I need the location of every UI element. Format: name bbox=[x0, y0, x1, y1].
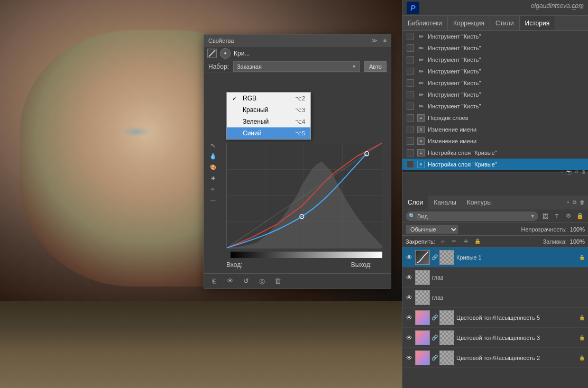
layer-visibility-eye[interactable]: 👁 bbox=[406, 294, 413, 301]
history-item[interactable]: ≡ Порядок слоев bbox=[402, 112, 588, 124]
history-checkbox[interactable] bbox=[407, 56, 414, 63]
history-checkbox[interactable] bbox=[407, 149, 414, 156]
eye-btn[interactable]: 👁 bbox=[224, 275, 236, 287]
layer-visibility-eye[interactable]: 👁 bbox=[406, 254, 413, 261]
properties-close-icon[interactable]: ≡ bbox=[383, 38, 387, 43]
layer-delete-btn[interactable]: 🗑 bbox=[580, 199, 585, 205]
history-item[interactable]: ≡ Изменение имени bbox=[402, 135, 588, 147]
filter-dropdown-arrow[interactable]: ▼ bbox=[530, 214, 535, 219]
history-item[interactable]: ✏ Инструмент "Кисть" bbox=[402, 66, 588, 77]
history-item[interactable]: ✏ Инструмент "Кисть" bbox=[402, 54, 588, 66]
layer-link-icon[interactable]: 🔗 bbox=[432, 350, 437, 365]
auto-button[interactable]: Авто bbox=[364, 61, 387, 72]
history-checkbox[interactable] bbox=[407, 44, 414, 52]
watermark: olgaudintseva.com bbox=[531, 0, 584, 12]
layer-item-eye2[interactable]: 👁 глаз bbox=[402, 288, 588, 308]
layer-copy-btn[interactable]: ⧉ bbox=[573, 199, 576, 206]
layer-lock-hsl3: 🔒 bbox=[578, 335, 585, 341]
layer-item-hsl3[interactable]: 👁 🔗 Цветовой тон/Насыщенность 3 🔒 bbox=[402, 328, 588, 348]
tab-channels[interactable]: Каналы bbox=[428, 196, 462, 209]
layer-visibility-eye[interactable]: 👁 bbox=[406, 274, 413, 281]
tool-eyedropper3[interactable]: ✚ bbox=[208, 174, 218, 183]
layer-link-icon[interactable]: 🔗 bbox=[432, 330, 437, 345]
refresh-btn[interactable]: ↺ bbox=[240, 275, 252, 287]
history-checkbox[interactable] bbox=[407, 137, 414, 145]
history-item[interactable]: ✏ Инструмент "Кисть" bbox=[402, 100, 588, 112]
layers-list: 👁 🔗 Кривые 1 🔒 👁 глаз bbox=[402, 247, 588, 368]
history-checkbox[interactable] bbox=[407, 114, 414, 122]
history-item[interactable]: ✏ Инструмент "Кисть" bbox=[402, 77, 588, 89]
history-item-label: Настройка слоя "Кривые" bbox=[428, 150, 497, 156]
layer-add-btn[interactable]: + bbox=[566, 199, 569, 205]
history-item[interactable]: ≡ Изменение имени bbox=[402, 124, 588, 135]
properties-menu-icon[interactable]: ≫ bbox=[372, 38, 377, 43]
opacity-value: 100% bbox=[570, 226, 585, 233]
tool-smooth[interactable]: 〰 bbox=[208, 196, 218, 206]
layer-visibility-eye[interactable]: 👁 bbox=[406, 354, 413, 362]
tab-styles[interactable]: Стили bbox=[490, 16, 520, 30]
tab-history[interactable]: История bbox=[520, 16, 556, 30]
blend-row: Обычные Непрозрачность: 100% bbox=[402, 223, 588, 236]
curve-graph[interactable] bbox=[226, 143, 382, 248]
history-camera-icon[interactable]: 📷 bbox=[566, 170, 572, 174]
layer-link-icon[interactable]: 🔗 bbox=[432, 310, 437, 325]
blend-mode-select[interactable]: Обычные bbox=[406, 225, 458, 234]
tab-libraries[interactable]: Библиотеки bbox=[402, 16, 448, 30]
delete-prop-btn[interactable]: 🗑 bbox=[272, 275, 283, 287]
layer-item-eye1[interactable]: 👁 глаз bbox=[402, 267, 588, 288]
lock-all-btn[interactable]: 🔒 bbox=[473, 237, 482, 246]
preset-dropdown[interactable]: Заказная ▼ bbox=[233, 61, 360, 72]
history-refresh-icon[interactable]: ↺ bbox=[575, 170, 578, 174]
layer-search[interactable]: 🔍 Вид ▼ bbox=[406, 211, 538, 221]
tab-contours[interactable]: Контуры bbox=[462, 196, 497, 209]
layer-item-hsl2[interactable]: 👁 🔗 Цветовой тон/Насыщенность 2 🔒 bbox=[402, 348, 588, 368]
tool-eyedropper[interactable]: 💧 bbox=[208, 152, 218, 161]
history-checkbox[interactable] bbox=[407, 161, 414, 168]
tab-correction[interactable]: Коррекция bbox=[448, 16, 490, 30]
lock-move-btn[interactable]: ✛ bbox=[462, 237, 470, 246]
layer-link-icon[interactable]: 🔗 bbox=[432, 250, 437, 265]
filter-icon1[interactable]: 🖼 bbox=[540, 211, 550, 221]
filter-icon4[interactable]: 🔒 bbox=[575, 211, 585, 221]
curve-tools-column: ↖ 💧 🎨 ✚ ✏ 〰 bbox=[208, 141, 218, 206]
opacity-label: Непрозрачность: bbox=[521, 226, 566, 233]
layer-rename-icon: ≡ bbox=[417, 126, 425, 133]
clip-btn[interactable]: ⎗ bbox=[208, 275, 220, 287]
layer-visibility-eye[interactable]: 👁 bbox=[406, 314, 413, 321]
layer-item-hsl5[interactable]: 👁 🔗 Цветовой тон/Насыщенность 5 🔒 bbox=[402, 308, 588, 328]
filter-icon2[interactable]: T bbox=[552, 211, 562, 221]
tool-eyedropper2[interactable]: 🎨 bbox=[208, 163, 218, 172]
channel-green[interactable]: Зеленый ⌥4 bbox=[227, 116, 310, 127]
channel-blue[interactable]: Синий ⌥5 bbox=[227, 127, 310, 139]
layer-thumb-curves1 bbox=[415, 250, 430, 265]
tool-pointer[interactable]: ↖ bbox=[208, 141, 218, 150]
history-checkbox[interactable] bbox=[407, 91, 414, 98]
history-item[interactable]: ✏ Инструмент "Кисть" bbox=[402, 42, 588, 54]
curves-circle-btn[interactable]: ● bbox=[220, 48, 231, 59]
lock-paint-btn[interactable]: ✏ bbox=[450, 237, 458, 246]
history-item[interactable]: ≡ Настройка слоя "Кривые" bbox=[402, 147, 588, 159]
history-checkbox[interactable] bbox=[407, 68, 414, 75]
history-checkbox[interactable] bbox=[407, 79, 414, 87]
filter-icon3[interactable]: ⚙ bbox=[564, 211, 573, 221]
layer-curves-icon: ≡ bbox=[417, 149, 425, 156]
history-checkbox[interactable] bbox=[407, 33, 414, 40]
history-add-icon[interactable]: + bbox=[561, 170, 563, 174]
channel-rgb[interactable]: ✓ RGB ⌥2 bbox=[227, 93, 310, 104]
lock-position-btn[interactable]: ⊹ bbox=[438, 237, 447, 246]
visibility-btn[interactable]: ◎ bbox=[256, 275, 268, 287]
history-checkbox[interactable] bbox=[407, 126, 414, 133]
tab-layers[interactable]: Слои bbox=[402, 196, 428, 209]
history-item[interactable]: ✏ Инструмент "Кисть" bbox=[402, 31, 588, 42]
preset-arrow-icon: ▼ bbox=[352, 64, 356, 69]
brush-icon: ✏ bbox=[417, 103, 425, 110]
history-checkbox[interactable] bbox=[407, 103, 414, 110]
layer-item-curves1[interactable]: 👁 🔗 Кривые 1 🔒 bbox=[402, 247, 588, 267]
layer-mask-hsl3 bbox=[439, 330, 454, 345]
tool-pencil[interactable]: ✏ bbox=[208, 185, 218, 195]
history-delete-icon[interactable]: 🗑 bbox=[582, 170, 586, 174]
channel-red[interactable]: Красный ⌥3 bbox=[227, 104, 310, 116]
history-item-selected[interactable]: ≡ Настройка слоя "Кривые" bbox=[402, 159, 588, 170]
layer-visibility-eye[interactable]: 👁 bbox=[406, 334, 413, 341]
history-item[interactable]: ✏ Инструмент "Кисть" bbox=[402, 89, 588, 100]
